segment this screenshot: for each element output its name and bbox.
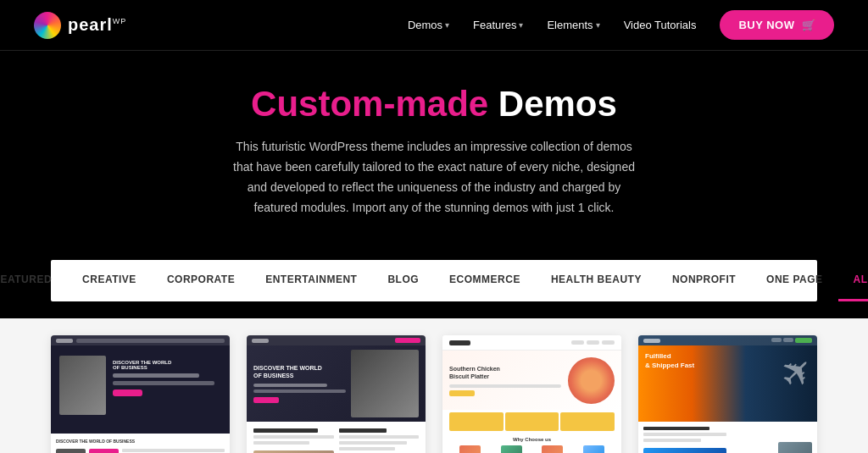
nav-elements[interactable]: Elements ▾ [547, 19, 599, 31]
filter-tabs: FEATURED CREATIVE CORPORATE ENTERTAINMEN… [51, 260, 817, 301]
logo-sup: WP [113, 17, 127, 25]
logo-text: pearlWP [68, 15, 126, 35]
elements-arrow-icon: ▾ [596, 20, 600, 30]
tab-featured[interactable]: FEATURED [0, 260, 67, 301]
company-screenshot: DISCOVER THE WORLDOF BUSINESS [247, 335, 426, 453]
tab-nonprofit[interactable]: NONPROFIT [657, 260, 751, 301]
demo-preview-company: DISCOVER THE WORLDOF BUSINESS [247, 335, 426, 453]
food-screenshot: Southern ChickenBiscuit Platter Why Choo… [442, 335, 621, 453]
tab-blog[interactable]: BLOG [372, 260, 434, 301]
tab-health-beauty[interactable]: HEALTH BEAUTY [536, 260, 657, 301]
demo-preview-transportation: ✈ Fulfilled& Shipped Fast [638, 335, 817, 453]
logo-icon [34, 12, 61, 39]
demo-preview-food: Southern ChickenBiscuit Platter Why Choo… [442, 335, 621, 453]
tab-entertainment[interactable]: ENTERTAINMENT [250, 260, 372, 301]
demo-card-transportation[interactable]: ✈ Fulfilled& Shipped Fast [638, 335, 817, 453]
demos-arrow-icon: ▾ [445, 20, 449, 30]
transportation-screenshot: ✈ Fulfilled& Shipped Fast [638, 335, 817, 453]
tab-ecommerce[interactable]: ECOMMERCE [434, 260, 536, 301]
hero-section: Custom-made Demos This futuristic WordPr… [0, 51, 868, 243]
tab-corporate[interactable]: CORPORATE [152, 260, 250, 301]
features-arrow-icon: ▾ [519, 20, 523, 30]
demos-section: DISCOVER THE WORLDOF BUSINESS DISCOVER T… [0, 318, 868, 453]
demo-card-company[interactable]: DISCOVER THE WORLDOF BUSINESS [247, 335, 426, 453]
nav-demos[interactable]: Demos ▾ [408, 19, 449, 31]
header: pearlWP Demos ▾ Features ▾ Elements ▾ Vi… [0, 0, 868, 51]
tab-creative[interactable]: CREATIVE [67, 260, 152, 301]
demo-card-business[interactable]: DISCOVER THE WORLDOF BUSINESS DISCOVER T… [51, 335, 230, 453]
nav-video-tutorials[interactable]: Video Tutorials [624, 19, 697, 31]
buy-now-button[interactable]: BUY NOW 🛒 [720, 10, 834, 40]
demos-grid: DISCOVER THE WORLDOF BUSINESS DISCOVER T… [51, 335, 817, 453]
demo-card-food[interactable]: Southern ChickenBiscuit Platter Why Choo… [442, 335, 621, 453]
logo[interactable]: pearlWP [34, 12, 126, 39]
hero-title: Custom-made Demos [17, 85, 851, 124]
nav-features[interactable]: Features ▾ [473, 19, 523, 31]
hero-description: This futuristic WordPress theme includes… [231, 137, 637, 218]
demo-preview-business: DISCOVER THE WORLDOF BUSINESS DISCOVER T… [51, 335, 230, 453]
tab-one-page[interactable]: ONE PAGE [751, 260, 837, 301]
navigation: Demos ▾ Features ▾ Elements ▾ Video Tuto… [408, 10, 834, 40]
business-screenshot: DISCOVER THE WORLDOF BUSINESS DISCOVER T… [51, 335, 230, 453]
tab-all[interactable]: ALL [838, 260, 868, 301]
cart-icon: 🛒 [802, 19, 816, 31]
